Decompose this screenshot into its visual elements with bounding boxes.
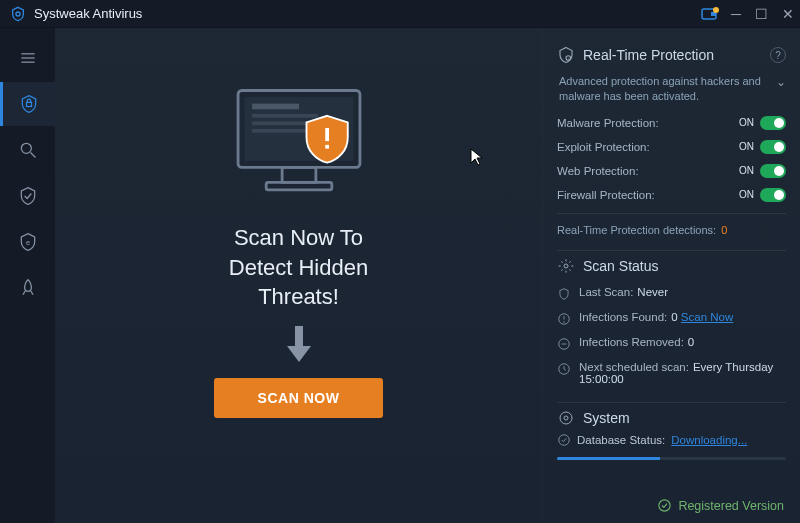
scan-now-button[interactable]: SCAN NOW xyxy=(214,378,384,418)
svg-rect-12 xyxy=(282,167,316,182)
svg-point-32 xyxy=(560,412,572,424)
system-header: System xyxy=(557,409,786,427)
toggle-web[interactable] xyxy=(760,164,786,178)
db-status-value: Downloading... xyxy=(671,434,747,446)
monitor-illustration-icon xyxy=(224,83,374,205)
sidebar-item-boost[interactable] xyxy=(0,266,55,310)
close-button[interactable]: ✕ xyxy=(782,7,794,21)
rtp-row-web: Web Protection:ON xyxy=(557,159,786,183)
svg-marker-21 xyxy=(287,346,311,362)
svg-point-0 xyxy=(16,12,20,16)
rtp-section-header: i Real-Time Protection ? xyxy=(557,46,786,64)
sidebar-item-scan[interactable] xyxy=(0,128,55,172)
svg-point-7 xyxy=(21,143,31,153)
scan-status-header: Scan Status xyxy=(557,257,786,275)
toggle-malware[interactable] xyxy=(760,116,786,130)
gear-icon xyxy=(557,257,575,275)
svg-rect-20 xyxy=(295,326,303,348)
app-logo-icon xyxy=(10,6,26,22)
svg-rect-14 xyxy=(252,104,299,110)
scan-now-link[interactable]: Scan Now xyxy=(681,311,733,323)
system-title: System xyxy=(583,410,630,426)
maximize-button[interactable]: ☐ xyxy=(755,7,768,21)
next-scan-row: Next scheduled scan:Every Thursday 15:00… xyxy=(557,356,786,390)
help-icon[interactable]: ? xyxy=(770,47,786,63)
svg-rect-16 xyxy=(252,121,308,125)
rtp-row-malware: Malware Protection:ON xyxy=(557,111,786,135)
svg-rect-17 xyxy=(252,129,313,133)
svg-rect-19 xyxy=(325,145,329,149)
svg-point-31 xyxy=(564,416,568,420)
infections-removed-row: Infections Removed:0 xyxy=(557,331,786,356)
main-content: Scan Now To Detect Hidden Threats! SCAN … xyxy=(55,28,542,523)
svg-rect-13 xyxy=(266,182,332,190)
right-panel: i Real-Time Protection ? Advanced protec… xyxy=(542,28,800,523)
infections-found-row: Infections Found:0 Scan Now xyxy=(557,306,786,331)
chevron-down-icon[interactable]: ⌄ xyxy=(776,74,786,91)
svg-rect-18 xyxy=(325,128,329,141)
arrow-down-icon xyxy=(283,324,315,364)
rtp-title: Real-Time Protection xyxy=(583,47,714,63)
rtp-note: Advanced protection against hackers and … xyxy=(559,74,770,105)
minimize-button[interactable]: ─ xyxy=(731,7,741,21)
toggle-exploit[interactable] xyxy=(760,140,786,154)
svg-point-27 xyxy=(564,321,565,322)
svg-line-8 xyxy=(30,153,35,158)
rtp-detections: Real-Time Protection detections: 0 xyxy=(557,220,786,244)
headline: Scan Now To Detect Hidden Threats! xyxy=(199,223,399,312)
svg-point-33 xyxy=(559,435,570,446)
sidebar: e xyxy=(0,28,55,523)
last-scan-row: Last Scan:Never xyxy=(557,281,786,306)
svg-text:e: e xyxy=(25,238,29,247)
svg-point-34 xyxy=(659,500,670,511)
sidebar-item-web[interactable]: e xyxy=(0,220,55,264)
sidebar-menu-toggle[interactable] xyxy=(0,36,55,80)
toggle-firewall[interactable] xyxy=(760,188,786,202)
registered-badge: Registered Version xyxy=(657,498,784,513)
app-title: Systweak Antivirus xyxy=(34,6,701,21)
titlebar: Systweak Antivirus ─ ☐ ✕ xyxy=(0,0,800,28)
rtp-row-firewall: Firewall Protection:ON xyxy=(557,183,786,207)
sidebar-item-quarantine[interactable] xyxy=(0,174,55,218)
download-progress xyxy=(557,457,786,460)
svg-point-24 xyxy=(564,264,568,268)
wallet-icon[interactable] xyxy=(701,8,717,20)
rtp-row-exploit: Exploit Protection:ON xyxy=(557,135,786,159)
scan-status-title: Scan Status xyxy=(583,258,659,274)
svg-rect-15 xyxy=(252,114,318,118)
database-status-row: Database Status: Downloading... xyxy=(557,427,786,453)
system-gear-icon xyxy=(557,409,575,427)
shield-icon: i xyxy=(557,46,575,64)
svg-rect-6 xyxy=(27,102,32,106)
sidebar-item-protection[interactable] xyxy=(0,82,55,126)
